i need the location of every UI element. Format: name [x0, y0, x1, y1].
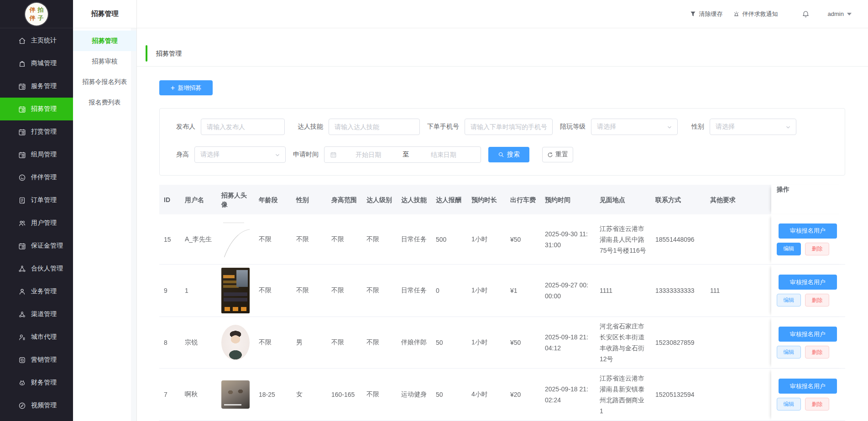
sidebar-item-icon: [18, 219, 26, 227]
sidebar-item-icon: [18, 242, 26, 250]
end-date-input[interactable]: [412, 151, 476, 158]
edit-button[interactable]: 编辑: [777, 294, 801, 307]
apply-time-label: 申请时间: [293, 151, 319, 159]
cell-height: 不限: [327, 235, 362, 244]
add-recruit-button[interactable]: + 新增招募: [159, 80, 213, 95]
sidebar-item[interactable]: 合伙人管理: [0, 257, 73, 280]
sidebar-item[interactable]: 财务管理: [0, 371, 73, 394]
review-applicants-button[interactable]: 审核报名用户: [779, 327, 837, 342]
column-header-username: 用户名: [180, 185, 217, 214]
cell-duration: 4小时: [467, 390, 506, 399]
review-applicants-button[interactable]: 审核报名用户: [779, 379, 837, 394]
sos-notice-button[interactable]: 伴伴求救通知: [733, 10, 778, 18]
cell-actions: 审核报名用户 编辑 删除: [771, 369, 845, 421]
sidebar-item-label: 服务管理: [31, 82, 57, 90]
notification-bell-button[interactable]: [802, 10, 810, 18]
chevron-down-icon: [666, 124, 673, 130]
review-applicants-button[interactable]: 审核报名用户: [779, 223, 837, 239]
cell-skill: 运动健身: [397, 390, 431, 399]
submenu-item[interactable]: 招募审核: [73, 51, 136, 72]
reset-button[interactable]: 重置: [542, 147, 573, 162]
edit-button[interactable]: 编辑: [777, 398, 801, 411]
sidebar-item-label: 商城管理: [31, 59, 57, 68]
cell-contact: 15205132594: [651, 391, 706, 398]
sidebar-item[interactable]: 服务管理: [0, 75, 73, 98]
submenu-item-label: 招募令报名列表: [83, 78, 127, 86]
column-header-gender: 性别: [292, 185, 327, 214]
clear-cache-button[interactable]: 清除缓存: [690, 10, 723, 18]
cell-avatar: [217, 268, 254, 313]
skill-input[interactable]: [329, 119, 420, 135]
sidebar-item[interactable]: 主页统计: [0, 29, 73, 52]
submenu-item[interactable]: 招募令报名列表: [73, 72, 136, 92]
cell-gender: 不限: [292, 235, 327, 244]
cell-age: 不限: [254, 286, 292, 295]
recruit-table: ID 用户名 招募人头像 年龄段 性别 身高范围 达人级别 达人技能 达人报酬 …: [159, 185, 845, 421]
sidebar-item[interactable]: 招募管理: [0, 98, 73, 120]
delete-button[interactable]: 删除: [805, 294, 829, 307]
page-title: 招募管理: [156, 45, 182, 62]
delete-button[interactable]: 删除: [805, 346, 829, 359]
cell-appoint-time: 2025-09-30 11:31:00: [540, 225, 595, 254]
sidebar-item-icon: [18, 37, 26, 45]
order-phone-input[interactable]: [465, 119, 553, 135]
user-menu[interactable]: admin: [828, 10, 852, 17]
sidebar-item[interactable]: 城市代理: [0, 326, 73, 348]
cell-fee: ¥1: [506, 287, 540, 294]
cell-id: 15: [159, 236, 180, 243]
apply-time-range-picker[interactable]: 至: [324, 146, 481, 163]
height-label: 身高: [176, 151, 189, 159]
sidebar-item[interactable]: 营销管理: [0, 348, 73, 371]
sidebar-item[interactable]: 保证金管理: [0, 234, 73, 257]
submenu-item[interactable]: 招募管理: [73, 31, 136, 51]
play-level-select[interactable]: 请选择: [591, 119, 678, 135]
sidebar-item-label: 营销管理: [31, 356, 57, 364]
cell-duration: 1小时: [467, 235, 506, 244]
cell-level: 不限: [362, 235, 397, 244]
sidebar-item-icon: [18, 402, 26, 410]
play-level-label: 陪玩等级: [560, 123, 586, 131]
cell-avatar: [217, 222, 254, 257]
height-select[interactable]: 请选择: [194, 146, 286, 163]
submenu-list: 招募管理 招募审核 招募令报名列表 报名费列表: [73, 28, 136, 113]
edit-button[interactable]: 编辑: [777, 243, 801, 255]
publisher-input[interactable]: [201, 119, 285, 135]
gender-select[interactable]: 请选择: [710, 119, 796, 135]
column-header-level: 达人级别: [362, 185, 397, 214]
search-button[interactable]: 搜索: [488, 147, 529, 162]
sidebar-item[interactable]: 业务管理: [0, 280, 73, 303]
sidebar-item[interactable]: 订单管理: [0, 189, 73, 212]
logo-char: 子: [38, 15, 44, 21]
delete-button[interactable]: 删除: [805, 243, 829, 255]
sidebar-item[interactable]: 组局管理: [0, 143, 73, 166]
edit-button[interactable]: 编辑: [777, 346, 801, 359]
sos-notice-label: 伴伴求救通知: [743, 10, 778, 18]
column-header-height: 身高范围: [327, 185, 362, 214]
filter-row-2: 身高 请选择 申请时间 至 搜索 重置: [176, 146, 845, 163]
sidebar-item[interactable]: 商城管理: [0, 52, 73, 75]
delete-button[interactable]: 删除: [805, 398, 829, 411]
sidebar-item[interactable]: 打赏管理: [0, 120, 73, 143]
sidebar-item-icon: [18, 311, 26, 318]
column-header-id: ID: [159, 185, 180, 214]
logo-char: 拍: [38, 7, 44, 13]
submenu-item[interactable]: 报名费列表: [73, 92, 136, 113]
sidebar-item-icon: [18, 83, 26, 90]
cell-username: A_李先生: [180, 235, 217, 244]
cell-skill: 日常任务: [397, 286, 431, 295]
review-applicants-button[interactable]: 审核报名用户: [779, 275, 837, 290]
siren-icon: [733, 10, 740, 17]
filter-panel: 发布人 达人技能 下单手机号 陪玩等级 请选择 性别 请选择 身高: [159, 108, 845, 176]
sidebar-item[interactable]: 渠道管理: [0, 303, 73, 326]
sidebar-item[interactable]: 伴伴管理: [0, 166, 73, 189]
search-label: 搜索: [507, 151, 520, 159]
cell-avatar: [217, 380, 254, 409]
start-date-input[interactable]: [337, 151, 400, 158]
sidebar-item[interactable]: 视频管理: [0, 394, 73, 417]
publisher-label: 发布人: [176, 123, 195, 131]
clear-cache-label: 清除缓存: [699, 10, 723, 18]
sidebar-item-label: 业务管理: [31, 287, 57, 296]
cell-id: 9: [159, 287, 180, 294]
cell-duration: 1小时: [467, 338, 506, 347]
sidebar-item[interactable]: 用户管理: [0, 212, 73, 234]
